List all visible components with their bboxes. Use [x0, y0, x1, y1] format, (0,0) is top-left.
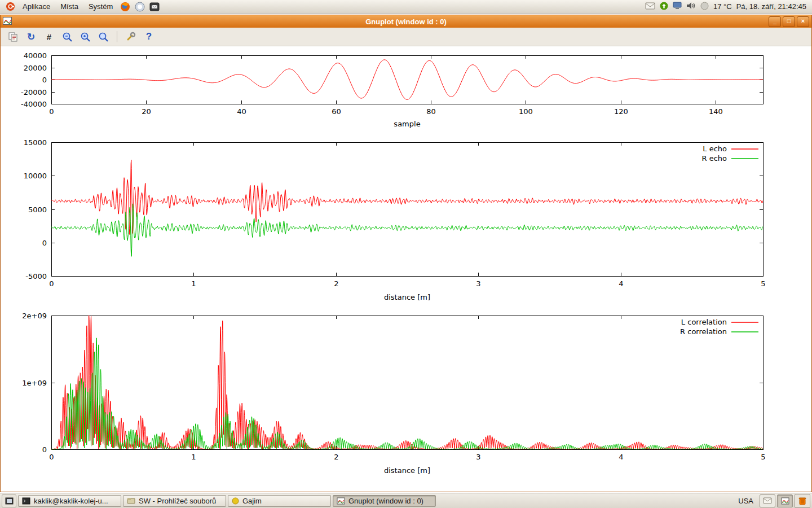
y-tick-label: -20000 — [21, 88, 47, 97]
x-tick-label: 0 — [49, 279, 54, 288]
x-tick-label: 40 — [237, 107, 246, 116]
series-line-l-correlation — [51, 316, 763, 449]
x-tick-label: 2 — [334, 279, 338, 288]
y-tick-label: 2e+09 — [22, 312, 47, 320]
x-tick-label: 20 — [142, 107, 151, 116]
x-tick-label: 1 — [191, 453, 196, 461]
replot-button[interactable]: ↻ — [24, 30, 38, 43]
top-panel: Aplikace Místa Systém 17 °C Pá, 18. září… — [0, 0, 812, 14]
clock[interactable]: Pá, 18. září, 21:42:45 — [736, 2, 806, 11]
plot-border — [52, 143, 764, 277]
toggle-grid-button[interactable]: # — [42, 30, 56, 43]
y-tick-label: -5000 — [25, 272, 47, 281]
y-tick-label: 5000 — [28, 205, 47, 214]
window-title: Gnuplot (window id : 0) — [1, 17, 811, 26]
window-titlebar[interactable]: Gnuplot (window id : 0) _ □ × — [1, 15, 811, 28]
x-tick-label: 1 — [191, 279, 196, 288]
x-tick-label: 5 — [761, 453, 765, 461]
gnuplot-icon — [337, 497, 345, 505]
y-tick-label: -40000 — [21, 100, 47, 108]
zoom-next-button[interactable] — [78, 30, 92, 43]
y-tick-label: 1e+09 — [22, 379, 47, 387]
gnuplot-mini-icon — [781, 497, 789, 505]
close-button[interactable]: × — [797, 16, 809, 27]
remote-desktop-icon[interactable] — [673, 2, 682, 11]
y-tick-label: 0 — [42, 76, 47, 84]
show-desktop-icon[interactable] — [2, 494, 16, 507]
minimize-button[interactable]: _ — [769, 16, 781, 27]
ubuntu-logo-icon[interactable] — [5, 1, 16, 12]
screenshot-launcher-icon[interactable] — [149, 1, 160, 12]
x-tick-label: 4 — [619, 453, 623, 461]
gnuplot-toolbar: ↻ # ? — [1, 28, 811, 46]
unzoom-button[interactable] — [96, 30, 110, 43]
chart-echo[interactable]: 012345-5000050001000015000distance [m]L … — [1, 136, 811, 305]
toolbar-separator — [117, 31, 117, 42]
help-button[interactable]: ? — [142, 30, 156, 43]
volume-icon[interactable] — [686, 2, 696, 11]
x-tick-label: 120 — [614, 107, 628, 116]
plot-area: 020406080100120140-40000-200000200004000… — [1, 46, 811, 492]
y-tick-label: 15000 — [24, 138, 47, 147]
x-axis-label: sample — [394, 120, 420, 128]
gnuplot-tray-button[interactable] — [777, 494, 793, 507]
gnuplot-window: Gnuplot (window id : 0) _ □ × ↻ # ? 0204… — [0, 15, 812, 492]
mail-icon — [763, 497, 772, 504]
x-tick-label: 2 — [334, 453, 338, 461]
legend-label: R echo — [701, 154, 727, 163]
x-tick-label: 80 — [426, 107, 436, 116]
mail-notify-icon[interactable] — [645, 2, 655, 11]
y-tick-label: 0 — [42, 445, 47, 454]
x-tick-label: 3 — [476, 453, 480, 461]
x-tick-label: 5 — [761, 279, 765, 288]
file-manager-icon — [127, 497, 135, 505]
copy-to-clipboard-button[interactable] — [6, 30, 20, 43]
y-tick-label: 10000 — [24, 172, 47, 180]
menu-places[interactable]: Místa — [56, 1, 83, 12]
plot-border — [52, 316, 764, 450]
x-axis-label: distance [m] — [384, 293, 430, 301]
zoom-previous-button[interactable] — [60, 30, 74, 43]
help-browser-launcher-icon[interactable] — [134, 1, 145, 12]
x-tick-label: 0 — [49, 107, 54, 116]
legend-label: R correlation — [680, 327, 727, 336]
y-tick-label: 20000 — [24, 64, 47, 72]
y-tick-label: 40000 — [24, 51, 47, 60]
x-tick-label: 140 — [709, 107, 723, 116]
legend-label: L correlation — [681, 318, 727, 326]
series-line-r-correlation — [51, 338, 763, 449]
menu-applications[interactable]: Aplikace — [18, 1, 55, 12]
update-notifier-icon[interactable] — [660, 2, 668, 12]
mail-tray-button[interactable] — [760, 494, 775, 507]
series-line-l-echo — [51, 160, 763, 235]
chart-chirp-signal[interactable]: 020406080100120140-40000-200000200004000… — [1, 48, 811, 134]
x-axis-label: distance [m] — [384, 466, 430, 475]
taskbar: kaklik@kaklik-kolej-u... SW - Prohlížeč … — [0, 493, 812, 508]
terminal-icon — [22, 497, 30, 505]
legend-label: L echo — [703, 144, 727, 153]
y-tick-label: 0 — [42, 239, 47, 247]
window-icon — [3, 17, 12, 27]
series-line-chirp-pulse — [51, 60, 763, 99]
x-tick-label: 0 — [49, 453, 54, 461]
system-tray: 17 °C Pá, 18. září, 21:42:45 — [645, 2, 809, 12]
x-tick-label: 100 — [519, 107, 533, 116]
task-button-gajim[interactable]: Gajim — [228, 495, 331, 507]
x-tick-label: 60 — [332, 107, 341, 116]
gajim-icon — [232, 497, 239, 505]
menu-system[interactable]: Systém — [84, 1, 117, 12]
options-wrench-button[interactable] — [124, 30, 138, 43]
firefox-launcher-icon[interactable] — [120, 1, 131, 12]
maximize-button[interactable]: □ — [783, 16, 795, 27]
trash-applet-icon[interactable] — [795, 494, 810, 508]
task-button-file-manager[interactable]: SW - Prohlížeč souborů — [123, 495, 226, 507]
task-button-terminal[interactable]: kaklik@kaklik-kolej-u... — [18, 495, 121, 507]
series-line-r-echo — [51, 204, 763, 257]
weather-icon[interactable] — [700, 2, 709, 12]
x-tick-label: 4 — [619, 279, 623, 288]
temperature-readout[interactable]: 17 °C — [713, 2, 732, 11]
task-button-gnuplot[interactable]: Gnuplot (window id : 0) — [333, 495, 436, 507]
keyboard-layout-indicator[interactable]: USA — [734, 497, 758, 505]
x-tick-label: 3 — [476, 279, 480, 288]
chart-correlation[interactable]: 01234501e+092e+09distance [m]L correlati… — [1, 309, 811, 478]
